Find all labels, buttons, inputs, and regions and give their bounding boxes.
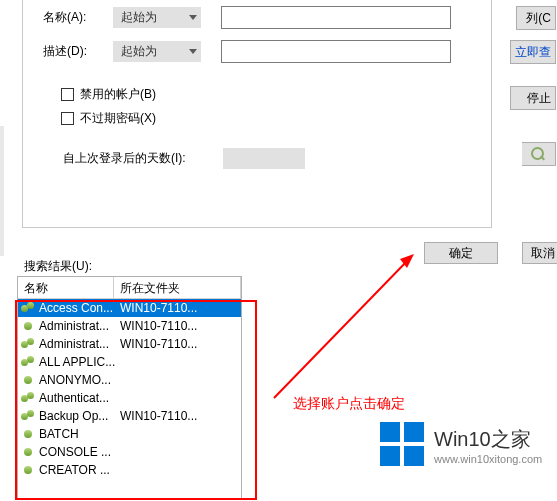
checkbox-icon (61, 88, 74, 101)
ok-button[interactable]: 确定 (424, 242, 498, 264)
desc-label: 描述(D): (43, 43, 113, 60)
cancel-label: 取消 (531, 245, 555, 262)
criteria-group: 名称(A): 起始为 描述(D): 起始为 禁用的帐户(B) (22, 0, 492, 228)
disabled-accounts-checkbox[interactable]: 禁用的帐户(B) (61, 86, 156, 103)
desc-match-value: 起始为 (121, 43, 157, 60)
desc-row: 描述(D): 起始为 (43, 40, 483, 63)
days-row: 自上次登录后的天数(I): (63, 148, 305, 169)
annotation-text: 选择账户点击确定 (293, 395, 405, 413)
list-item[interactable]: Access Con...WIN10-7110... (18, 299, 241, 317)
noexpire-password-checkbox[interactable]: 不过期密码(X) (61, 110, 156, 127)
stop-label: 停止 (527, 90, 551, 107)
watermark: Win10之家 www.win10xitong.com (380, 410, 556, 480)
search-icon (531, 147, 546, 162)
name-match-combo[interactable]: 起始为 (113, 7, 201, 28)
results-header: 名称 所在文件夹 (18, 277, 241, 299)
header-name[interactable]: 名称 (18, 277, 114, 298)
user-icon (20, 427, 36, 441)
list-item[interactable]: CONSOLE ... (18, 443, 241, 461)
list-item[interactable]: Administrat...WIN10-7110... (18, 317, 241, 335)
item-name: CONSOLE ... (39, 445, 117, 459)
item-location: WIN10-7110... (120, 319, 239, 333)
item-name: ANONYMO... (39, 373, 117, 387)
group-icon (20, 337, 36, 351)
list-item[interactable]: Backup Op...WIN10-7110... (18, 407, 241, 425)
item-name: BATCH (39, 427, 117, 441)
item-name: CREATOR ... (39, 463, 117, 477)
days-combo[interactable] (223, 148, 305, 169)
checkbox-icon (61, 112, 74, 125)
watermark-url: www.win10xitong.com (434, 453, 542, 465)
user-icon (20, 463, 36, 477)
list-item[interactable]: ALL APPLIC... (18, 353, 241, 371)
search-panel: 名称(A): 起始为 描述(D): 起始为 禁用的帐户(B) (4, 0, 556, 272)
annotation-arrow (262, 248, 422, 408)
columns-label: 列(C (526, 10, 551, 27)
results-label: 搜索结果(U): (24, 258, 92, 275)
item-name: Backup Op... (39, 409, 117, 423)
windows-logo-icon (380, 422, 426, 468)
item-name: Access Con... (39, 301, 117, 315)
list-item[interactable]: BATCH (18, 425, 241, 443)
name-label: 名称(A): (43, 9, 113, 26)
list-item[interactable]: CREATOR ... (18, 461, 241, 479)
noexpire-password-label: 不过期密码(X) (80, 110, 156, 127)
item-location: WIN10-7110... (120, 409, 239, 423)
item-name: Authenticat... (39, 391, 117, 405)
stop-button[interactable]: 停止 (510, 86, 556, 110)
watermark-title: Win10之家 (434, 426, 542, 453)
cancel-button[interactable]: 取消 (522, 242, 557, 264)
header-location[interactable]: 所在文件夹 (114, 277, 241, 298)
advanced-search-button[interactable] (522, 142, 556, 166)
list-item[interactable]: Administrat...WIN10-7110... (18, 335, 241, 353)
disabled-accounts-label: 禁用的帐户(B) (80, 86, 156, 103)
group-icon (20, 409, 36, 423)
desc-match-combo[interactable]: 起始为 (113, 41, 201, 62)
days-label: 自上次登录后的天数(I): (63, 150, 223, 167)
columns-button[interactable]: 列(C (516, 6, 556, 30)
group-icon (20, 301, 36, 315)
item-location: WIN10-7110... (120, 337, 239, 351)
group-icon (20, 355, 36, 369)
name-input[interactable] (221, 6, 451, 29)
chevron-down-icon (189, 15, 197, 20)
list-item[interactable]: Authenticat... (18, 389, 241, 407)
ok-label: 确定 (449, 245, 473, 262)
user-icon (20, 445, 36, 459)
results-list[interactable]: 名称 所在文件夹 Access Con...WIN10-7110...Admin… (17, 276, 242, 500)
item-name: ALL APPLIC... (39, 355, 117, 369)
list-item[interactable]: ANONYMO... (18, 371, 241, 389)
search-now-label: 立即查 (515, 44, 551, 61)
desc-input[interactable] (221, 40, 451, 63)
search-now-button[interactable]: 立即查 (510, 40, 556, 64)
group-icon (20, 391, 36, 405)
name-row: 名称(A): 起始为 (43, 6, 483, 29)
chevron-down-icon (189, 49, 197, 54)
item-name: Administrat... (39, 319, 117, 333)
user-icon (20, 373, 36, 387)
user-icon (20, 319, 36, 333)
item-name: Administrat... (39, 337, 117, 351)
name-match-value: 起始为 (121, 9, 157, 26)
svg-line-0 (274, 258, 410, 398)
item-location: WIN10-7110... (120, 301, 239, 315)
